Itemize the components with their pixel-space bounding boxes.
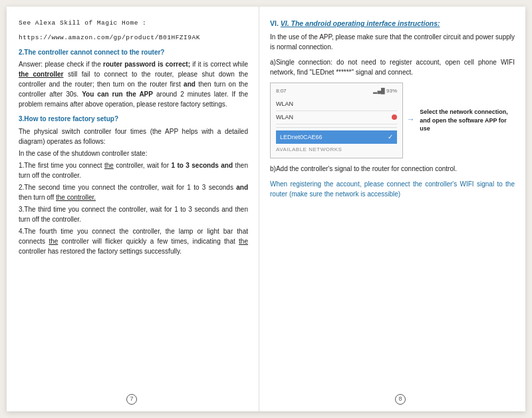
step1: 1.The first time you connect the control… xyxy=(19,160,248,180)
intro-text: In the use of the APP, please make sure … xyxy=(270,32,515,52)
wifi-inner-box: 8:07 ▂▄█ 93% WLAN WLAN LEDnet0CAE66 ✓ AV… xyxy=(270,83,403,158)
wifi-row-wlan: WLAN xyxy=(276,98,397,111)
page-num-right: 8 xyxy=(395,394,406,405)
section-b-text: b)Add the controller's signal to the rou… xyxy=(270,164,515,174)
page-circle-8: 8 xyxy=(395,394,406,405)
wlan-label2: WLAN xyxy=(276,113,293,122)
wifi-time-header: 8:07 ▂▄█ 93% xyxy=(276,87,397,95)
register-note: When registering the account, please con… xyxy=(270,179,515,199)
roman-numeral: VI. xyxy=(270,19,281,27)
page-num-left: 7 xyxy=(126,394,137,405)
right-section-title-block: VI. VI. The android operating interface … xyxy=(270,19,515,52)
step3: 3.The third time you connect the control… xyxy=(19,204,248,224)
wifi-selected-network: LEDnet0CAE66 ✓ xyxy=(276,130,397,144)
wifi-signal-icons: ▂▄█ 93% xyxy=(373,87,397,95)
wifi-illustration: 8:07 ▂▄█ 93% WLAN WLAN LEDnet0CAE66 ✓ AV… xyxy=(270,83,515,158)
available-networks-label: AVAILABLE NETWORKS xyxy=(276,146,397,154)
wifi-connected-icon: ✓ xyxy=(388,132,393,142)
section3: 3.How to restore factory setup? The phys… xyxy=(19,114,248,256)
left-column: See Alexa Skill of Magic Home : https://… xyxy=(7,7,259,411)
section3-intro: The physical switch controller four time… xyxy=(19,126,248,146)
section-b-block: b)Add the controller's signal to the rou… xyxy=(270,164,515,174)
section3-heading: 3.How to restore factory setup? xyxy=(19,114,248,124)
right-column: VI. VI. The android operating interface … xyxy=(259,7,525,411)
alexa-section: See Alexa Skill of Magic Home : https://… xyxy=(19,19,248,43)
section2-body: Answer: please check if the router passw… xyxy=(19,59,248,109)
step2: 2.The second time you connect the contro… xyxy=(19,182,248,202)
title-text: VI. The android operating interface inst… xyxy=(281,19,440,27)
wlan-label: WLAN xyxy=(276,100,293,108)
wifi-dot-indicator xyxy=(392,114,397,120)
right-section-title: VI. VI. The android operating interface … xyxy=(270,19,515,29)
alexa-link: https://www.amazon.com/gp/product/B01HFZ… xyxy=(19,33,248,43)
wifi-divider xyxy=(276,127,397,128)
select-note: Select the network connection, and open … xyxy=(420,108,515,133)
step4: 4.The fourth time you connect the contro… xyxy=(19,226,248,256)
page-container: See Alexa Skill of Magic Home : https://… xyxy=(7,7,525,411)
section2: 2.The controller cannot connect to the r… xyxy=(19,48,248,110)
page-circle-7: 7 xyxy=(126,394,137,405)
section2-heading: 2.The controller cannot connect to the r… xyxy=(19,48,248,58)
alexa-line1: See Alexa Skill of Magic Home : xyxy=(19,19,248,28)
shutdown-label: In the case of the shutdown controller s… xyxy=(19,148,248,158)
single-connection-text: a)Single connection: do not need to regi… xyxy=(270,57,515,77)
register-note-block: When registering the account, please con… xyxy=(270,179,515,199)
single-connection-block: a)Single connection: do not need to regi… xyxy=(270,57,515,77)
wifi-row-wlan2: WLAN xyxy=(276,111,397,124)
wifi-network-name: LEDnet0CAE66 xyxy=(280,133,323,142)
arrow-icon: → xyxy=(408,114,413,126)
wifi-time: 8:07 xyxy=(276,88,287,94)
